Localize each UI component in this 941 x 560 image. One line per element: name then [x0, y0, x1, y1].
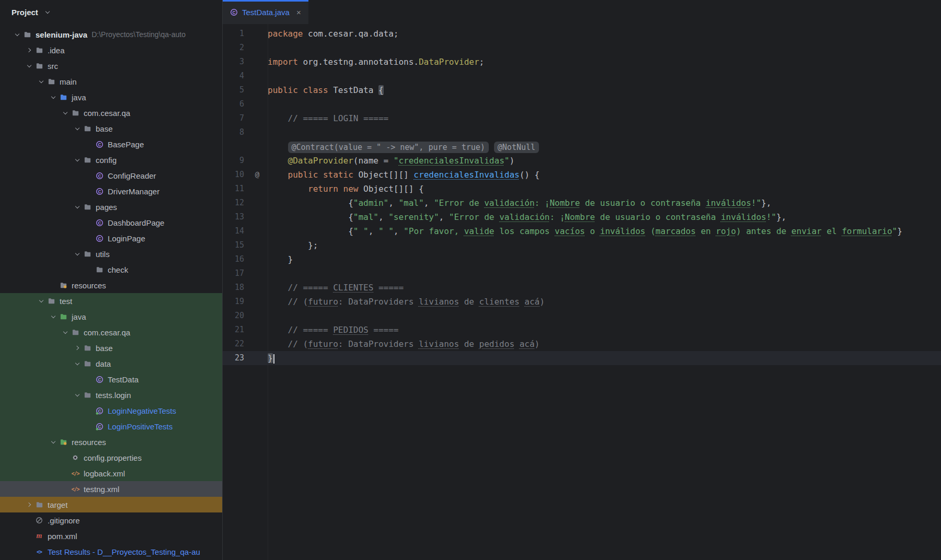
tree-item-tests-login[interactable]: tests.login	[0, 387, 222, 403]
chevron-down-icon[interactable]	[13, 33, 22, 36]
chevron-down-icon[interactable]	[61, 331, 70, 333]
tree-item-dashboardpage[interactable]: CDashboardPage	[0, 215, 222, 230]
code-text: @Contract(value = " -> new", pure = true…	[268, 139, 544, 154]
code-line-13[interactable]: 13 {"mal", "serenity", "Error de validac…	[223, 210, 941, 224]
chevron-down-icon[interactable]	[61, 112, 70, 114]
tree-item-drivermanager[interactable]: CDriverManager	[0, 183, 222, 199]
annotation-gutter-icon[interactable]: @	[247, 168, 268, 182]
editor-tab-testdata-java[interactable]: C TestData.java ×	[223, 0, 308, 24]
code-line-3[interactable]: 3import org.testng.annotations.DataProvi…	[223, 55, 941, 69]
tree-item-selenium-java[interactable]: selenium-javaD:\Proyectos\Testing\qa-aut…	[0, 27, 222, 42]
tree-item-label: logback.xml	[84, 469, 125, 478]
tree-item-loginpositivetests[interactable]: CLoginPositiveTests	[0, 418, 222, 434]
code-line-17[interactable]: 17	[223, 266, 941, 281]
chevron-down-icon[interactable]	[73, 253, 82, 255]
chevron-right-icon[interactable]	[25, 503, 34, 506]
code-line-11[interactable]: 11 return new Object[][] {	[223, 182, 941, 196]
tree-item-config[interactable]: config	[0, 152, 222, 168]
chevron-down-icon[interactable]	[43, 11, 52, 13]
tree-item-test[interactable]: test	[0, 293, 222, 309]
chevron-down-icon[interactable]	[37, 80, 46, 83]
code-line-9[interactable]: 9 @DataProvider(name = "credencialesInva…	[223, 154, 941, 168]
code-line-20[interactable]: 20	[223, 309, 941, 323]
test-class-icon: C	[94, 406, 105, 415]
code-line-15[interactable]: 15 };	[223, 238, 941, 252]
code-line-7[interactable]: 7 // ===== LOGIN =====	[223, 111, 941, 125]
tree-item-main[interactable]: main	[0, 74, 222, 89]
tree-item-resources[interactable]: resources	[0, 434, 222, 450]
tree-item-label: test	[60, 297, 72, 306]
code-text: import org.testng.annotations.DataProvid…	[268, 55, 484, 69]
code-line-1[interactable]: 1package com.cesar.qa.data;	[223, 27, 941, 41]
chevron-down-icon[interactable]	[25, 65, 34, 67]
inferred-annotation-chip[interactable]: @NotNull	[494, 142, 539, 153]
tree-item-resources[interactable]: resources	[0, 277, 222, 293]
code-text: // (futuro: DataProviders livianos de pe…	[268, 337, 540, 351]
chevron-down-icon[interactable]	[73, 206, 82, 208]
tree-item-base[interactable]: base	[0, 340, 222, 356]
code-line-19[interactable]: 19 // (futuro: DataProviders livianos de…	[223, 295, 941, 309]
code-line-5[interactable]: 5public class TestData {	[223, 83, 941, 97]
code-line-18[interactable]: 18 // ===== CLIENTES =====	[223, 281, 941, 295]
editor-tab-bar: C TestData.java ×	[223, 0, 941, 24]
code-line-23[interactable]: 23}	[223, 351, 941, 365]
chevron-down-icon[interactable]	[49, 96, 58, 98]
chevron-right-icon[interactable]	[25, 49, 34, 52]
code-line-8[interactable]: 8	[223, 125, 941, 139]
tree-item-idea[interactable]: .idea	[0, 42, 222, 58]
gutter-spacer	[247, 125, 268, 139]
chevron-down-icon[interactable]	[73, 363, 82, 365]
tree-item-test-results-d-proyectos-testing-qa-au[interactable]: <>Test Results - D__Proyectos_Testing_qa…	[0, 544, 222, 559]
gutter-spacer	[247, 182, 268, 196]
tree-item-label: Test Results - D__Proyectos_Testing_qa-a…	[48, 547, 200, 556]
tree-item-pages[interactable]: pages	[0, 199, 222, 215]
chevron-down-icon[interactable]	[73, 127, 82, 130]
project-tree: selenium-javaD:\Proyectos\Testing\qa-aut…	[0, 24, 222, 560]
code-line-22[interactable]: 22 // (futuro: DataProviders livianos de…	[223, 337, 941, 351]
code-line-16[interactable]: 16 }	[223, 252, 941, 266]
tree-item-data[interactable]: data	[0, 356, 222, 371]
tree-item-config-properties[interactable]: config.properties	[0, 450, 222, 465]
gutter-spacer	[247, 83, 268, 97]
tree-item-gitignore[interactable]: .gitignore	[0, 512, 222, 528]
tree-item-src[interactable]: src	[0, 58, 222, 74]
project-tool-window-header[interactable]: Project	[0, 0, 222, 24]
tree-item-target[interactable]: target	[0, 497, 222, 512]
chevron-down-icon[interactable]	[73, 394, 82, 396]
tree-item-testdata[interactable]: CTestData	[0, 371, 222, 387]
close-icon[interactable]: ×	[296, 8, 301, 16]
chevron-down-icon[interactable]	[49, 441, 58, 443]
tree-item-label: target	[48, 500, 67, 509]
chevron-down-icon[interactable]	[73, 159, 82, 161]
chevron-down-icon[interactable]	[49, 316, 58, 318]
tree-item-com-cesar-qa[interactable]: com.cesar.qa	[0, 105, 222, 121]
tree-item-java[interactable]: java	[0, 89, 222, 105]
tree-item-check[interactable]: check	[0, 262, 222, 277]
tree-item-configreader[interactable]: CConfigReader	[0, 168, 222, 183]
tree-item-testng-xml[interactable]: </>testng.xml	[0, 481, 222, 497]
tree-item-basepage[interactable]: CBasePage	[0, 136, 222, 152]
inferred-annotation-chip[interactable]: @Contract(value = " -> new", pure = true…	[288, 142, 489, 153]
tree-item-logback-xml[interactable]: </>logback.xml	[0, 465, 222, 481]
code-line-4[interactable]: 4	[223, 69, 941, 83]
code-line-10[interactable]: 10@ public static Object[][] credenciale…	[223, 168, 941, 182]
code-line-12[interactable]: 12 {"admin", "mal", "Error de validación…	[223, 196, 941, 210]
folder-icon	[34, 62, 44, 70]
tree-item-utils[interactable]: utils	[0, 246, 222, 262]
tree-item-java[interactable]: java	[0, 309, 222, 324]
tree-item-pom-xml[interactable]: mpom.xml	[0, 528, 222, 544]
chevron-down-icon[interactable]	[37, 300, 46, 302]
tree-item-loginpage[interactable]: CLoginPage	[0, 230, 222, 246]
tree-item-loginnegativetests[interactable]: CLoginNegativeTests	[0, 403, 222, 418]
resources-folder-icon	[58, 281, 68, 289]
code-line-14[interactable]: 14 {" ", " ", "Por favor, valide los cam…	[223, 224, 941, 238]
xml-icon: </>	[70, 469, 81, 477]
code-line-2[interactable]: 2	[223, 41, 941, 55]
code-line-6[interactable]: 6	[223, 97, 941, 111]
tree-item-com-cesar-qa[interactable]: com.cesar.qa	[0, 324, 222, 340]
chevron-right-icon[interactable]	[73, 346, 82, 349]
inlay-hint-line[interactable]: @Contract(value = " -> new", pure = true…	[223, 139, 941, 154]
code-editor[interactable]: 1package com.cesar.qa.data;23import org.…	[223, 24, 941, 560]
tree-item-base[interactable]: base	[0, 121, 222, 136]
code-line-21[interactable]: 21 // ===== PEDIDOS =====	[223, 323, 941, 337]
